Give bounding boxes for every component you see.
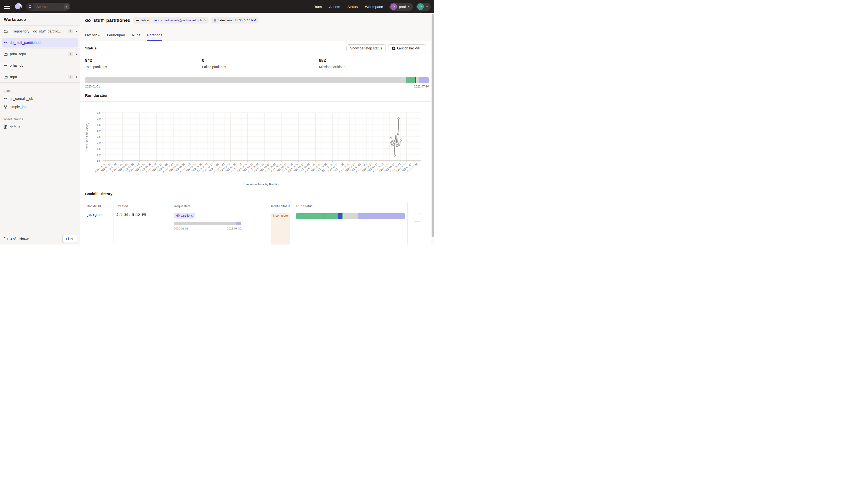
sidebar-item-do-stuff-partitioned[interactable]: do_stuff_partitioned bbox=[0, 37, 80, 48]
svg-text:6.0: 6.0 bbox=[97, 153, 101, 156]
partition-stats: 942Total partitions0Failed partitions882… bbox=[80, 55, 431, 73]
backfill-created-cell: Jul 30, 5:12 PM bbox=[114, 210, 171, 244]
page-title: do_stuff_partitioned bbox=[85, 18, 131, 23]
run-status-dot-icon bbox=[214, 19, 216, 22]
svg-text:8.0: 8.0 bbox=[97, 129, 101, 132]
nav-item-status[interactable]: Status bbox=[347, 5, 358, 9]
stat-missing-partitions: 882Missing partitions bbox=[314, 55, 431, 73]
sidebar-item--repository-do-stuff-partiti[interactable]: __repository__do_stuff_partitio...1▾ bbox=[0, 26, 80, 37]
deployment-switcher[interactable]: P prod bbox=[390, 3, 413, 11]
job-origin-badge: Job in __reposi...artitioned@partitioned… bbox=[133, 17, 209, 24]
launch-backfill-button[interactable]: Launch backfill... bbox=[388, 44, 426, 52]
job-label: all_cereals_job bbox=[10, 97, 33, 101]
job-icon bbox=[4, 64, 7, 67]
status-heading: Status bbox=[85, 46, 96, 51]
run-status-bar[interactable] bbox=[296, 213, 405, 219]
deployment-name: prod bbox=[399, 5, 406, 9]
nav-item-workspace[interactable]: Workspace bbox=[365, 5, 383, 9]
reload-icon[interactable]: ⟳ bbox=[204, 19, 206, 22]
bar-segment bbox=[406, 77, 414, 83]
bar-segment bbox=[378, 213, 405, 219]
stat-label: Failed partitions bbox=[202, 65, 309, 69]
bar-segment bbox=[342, 213, 343, 219]
column-header-requested: Requested bbox=[171, 202, 244, 210]
backfill-id-cell[interactable]: jozrgsbh bbox=[84, 210, 114, 244]
asset-groups-section-label: Asset Groups bbox=[0, 111, 80, 123]
bar-segment bbox=[236, 222, 241, 225]
sidebar-item-repo[interactable]: repo3▾ bbox=[0, 71, 80, 83]
sidebar-title: Workspace bbox=[0, 13, 80, 26]
tab-runs[interactable]: Runs bbox=[132, 33, 141, 41]
caret-down-icon[interactable]: ▾ bbox=[76, 53, 77, 56]
stat-total-partitions: 942Total partitions bbox=[80, 55, 197, 73]
partition-range-start: 2020-01-01 bbox=[85, 85, 100, 88]
job-label: simple_job bbox=[10, 105, 26, 109]
job-icon bbox=[4, 97, 7, 100]
user-menu[interactable]: P bbox=[416, 3, 431, 11]
asset-group-icon bbox=[4, 125, 7, 129]
dagster-logo-icon[interactable] bbox=[14, 2, 23, 11]
chevron-down-icon bbox=[408, 6, 410, 7]
tab-partitions[interactable]: Partitions bbox=[147, 33, 162, 41]
svg-text:Execution Time by Partition: Execution Time by Partition bbox=[243, 183, 280, 186]
column-header-run-status: Run Status bbox=[293, 202, 408, 210]
bar-segment bbox=[419, 77, 429, 83]
svg-text:5.5: 5.5 bbox=[97, 159, 101, 162]
stat-value: 882 bbox=[319, 58, 426, 63]
run-status-cell bbox=[293, 210, 408, 244]
bar-segment bbox=[85, 77, 406, 83]
job-origin-prefix: Job in bbox=[141, 19, 149, 22]
nav-item-assets[interactable]: Assets bbox=[329, 5, 340, 9]
sidebar-item-prha-repo[interactable]: prha_repo1▾ bbox=[0, 48, 80, 60]
backfill-requested-cell: 60 partitions 2020-01-01 2022-07-30 bbox=[171, 210, 244, 244]
scrollbar-thumb[interactable] bbox=[432, 14, 434, 237]
top-nav: RunsAssetsStatusWorkspace bbox=[313, 5, 383, 9]
asset-group-label: default bbox=[10, 125, 20, 129]
svg-text:Execution time (secs): Execution time (secs) bbox=[85, 123, 89, 151]
job-icon bbox=[136, 19, 139, 22]
folder-icon bbox=[4, 237, 7, 241]
sidebar-asset-group-default[interactable]: default bbox=[0, 123, 80, 131]
sidebar-item-prha-job[interactable]: prha_job bbox=[0, 60, 80, 71]
sidebar-footer: 3 of 3 shown Filter bbox=[0, 233, 80, 244]
latest-run-label: Latest run: bbox=[218, 19, 232, 22]
column-header-created: Created bbox=[114, 202, 171, 210]
partition-status-bar[interactable] bbox=[85, 77, 429, 83]
sidebar-item-label: __repository__do_stuff_partitio... bbox=[10, 29, 68, 33]
bar-segment bbox=[324, 213, 338, 219]
sidebar-item-label: do_stuff_partitioned bbox=[10, 41, 76, 44]
sidebar-job-all_cereals_job[interactable]: all_cereals_job bbox=[0, 95, 80, 103]
requested-partitions-badge[interactable]: 60 partitions bbox=[174, 213, 195, 219]
jobs-list: all_cereals_jobsimple_job bbox=[0, 95, 80, 111]
show-per-step-status-button[interactable]: Show per-step status bbox=[346, 44, 386, 52]
sidebar-job-simple_job[interactable]: simple_job bbox=[0, 103, 80, 111]
filter-button[interactable]: Filter bbox=[62, 235, 77, 243]
search-input[interactable]: Search... / bbox=[26, 3, 70, 11]
menu-icon[interactable] bbox=[4, 5, 10, 9]
svg-text:7.0: 7.0 bbox=[97, 141, 101, 144]
backfill-table: Backfill IdCreatedRequestedBackfill Stat… bbox=[84, 202, 427, 244]
latest-run-link[interactable]: Jul 30, 5:14 PM bbox=[234, 19, 256, 22]
item-count-badge: 1 bbox=[68, 29, 73, 33]
top-bar: Search... / RunsAssetsStatusWorkspace P … bbox=[0, 0, 434, 13]
page-scrollbar[interactable] bbox=[431, 13, 434, 244]
svg-text:9.5: 9.5 bbox=[97, 111, 101, 114]
run-duration-heading: Run duration bbox=[80, 88, 431, 101]
bar-segment bbox=[343, 213, 358, 219]
folder-icon bbox=[4, 75, 7, 78]
sidebar-item-label: prha_job bbox=[10, 64, 77, 67]
search-icon bbox=[26, 3, 34, 11]
backfill-status-cell: Incomplete bbox=[244, 210, 293, 244]
tab-overview[interactable]: Overview bbox=[85, 33, 100, 41]
job-origin-link[interactable]: __reposi...artitioned@partitioned_job bbox=[150, 19, 202, 22]
nav-item-runs[interactable]: Runs bbox=[313, 5, 322, 9]
requested-range-end: 2022-07-30 bbox=[227, 227, 241, 230]
caret-down-icon[interactable]: ▾ bbox=[76, 75, 77, 78]
search-shortcut-key: / bbox=[64, 4, 69, 9]
caret-down-icon[interactable]: ▾ bbox=[76, 30, 77, 33]
run-duration-chart: 9.59.08.58.07.57.06.56.05.52020-01-01202… bbox=[82, 103, 431, 187]
requested-range-start: 2020-01-01 bbox=[174, 227, 188, 230]
bar-segment bbox=[174, 222, 236, 225]
tab-launchpad[interactable]: Launchpad bbox=[107, 33, 125, 41]
expand-row-button[interactable] bbox=[414, 213, 421, 222]
